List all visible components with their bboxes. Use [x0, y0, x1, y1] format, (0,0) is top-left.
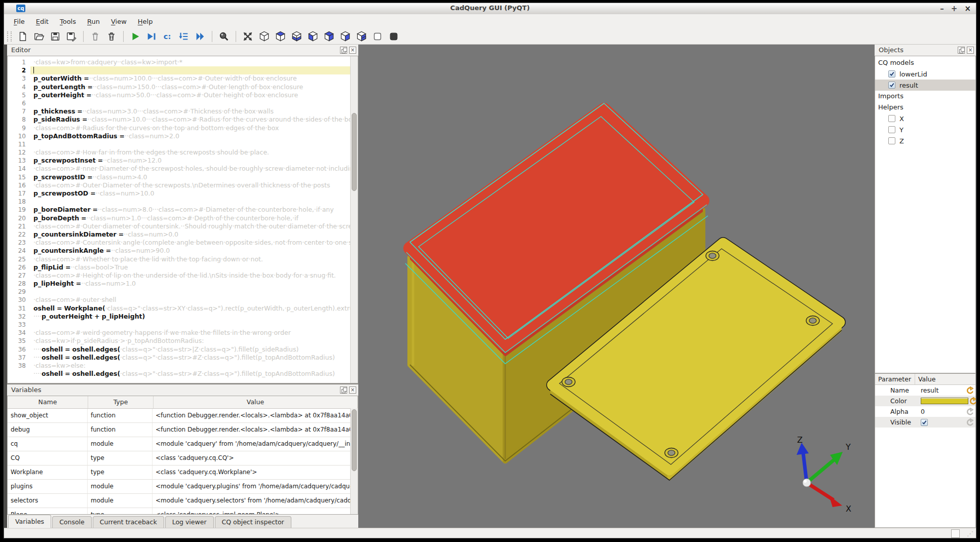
view-left-button[interactable] — [338, 30, 352, 43]
variable-row[interactable]: debugfunction<function Debugger.render.<… — [8, 423, 358, 437]
parameter-row-color[interactable]: Color — [875, 396, 975, 406]
menu-help[interactable]: Help — [132, 16, 159, 27]
debug-step-button[interactable]: c: — [161, 30, 174, 43]
viewport-3d[interactable]: Z Y X — [358, 45, 875, 528]
view-front-button[interactable] — [306, 30, 319, 43]
variable-cell: Plane — [8, 508, 88, 515]
tab-variables[interactable]: Variables — [8, 515, 51, 528]
run-button[interactable] — [129, 30, 142, 43]
parameter-row-name[interactable]: Nameresult — [875, 385, 975, 396]
tree-group-helpers[interactable]: Helpers — [875, 102, 975, 113]
parameter-row-visible[interactable]: Visible — [875, 417, 975, 428]
save-as-button[interactable] — [65, 30, 78, 43]
menu-file[interactable]: File — [8, 16, 30, 27]
tree-group-imports[interactable]: Imports — [875, 91, 975, 102]
view-top-button[interactable] — [274, 30, 287, 43]
column-header-value[interactable]: Value — [154, 396, 358, 408]
toolbar-separator — [123, 31, 124, 42]
bottom-tab-bar: VariablesConsoleCurrent tracebackLog vie… — [7, 515, 292, 528]
tree-item-y[interactable]: Y — [875, 124, 975, 135]
visible-checkbox[interactable] — [921, 419, 928, 426]
run-to-line-button[interactable] — [145, 30, 158, 43]
objects-float-button[interactable] — [958, 47, 965, 54]
continue-button[interactable] — [194, 30, 207, 43]
variable-row[interactable]: Planetype<class 'cadquery.occ_impl.geom.… — [8, 508, 358, 515]
toggle-wireframe-button[interactable] — [371, 30, 384, 43]
variables-float-button[interactable] — [340, 386, 347, 394]
close-button[interactable]: × — [964, 4, 971, 14]
zoom-fit-button[interactable] — [217, 30, 231, 43]
tab-log-viewer[interactable]: Log viewer — [165, 516, 214, 528]
variables-panel-title: Variables — [11, 386, 41, 394]
code-line: 12·class=com>#·How·far·in·from·the·edges… — [8, 148, 351, 157]
parameter-value-alpha[interactable]: 0 — [921, 408, 965, 415]
tree-group-cq-models[interactable]: CQ models — [875, 57, 975, 68]
new-file-button[interactable] — [16, 30, 29, 43]
toggle-shaded-button[interactable] — [387, 30, 400, 43]
menu-run[interactable]: Run — [82, 16, 105, 27]
tab-cq-object-inspector[interactable]: CQ object inspector — [215, 516, 291, 528]
menu-edit[interactable]: Edit — [30, 16, 54, 27]
resize-grip-icon[interactable]: ⋰ — [967, 530, 973, 537]
fit-all-button[interactable] — [241, 30, 254, 43]
variable-cell: <module 'cadquery' from '/home/adam/cadq… — [153, 437, 358, 451]
y-checkbox[interactable] — [888, 126, 895, 133]
parameter-value-name[interactable]: result — [921, 386, 965, 394]
editor-scrollbar[interactable] — [350, 56, 358, 383]
minimize-button[interactable]: – — [940, 4, 944, 14]
variable-cell: plugins — [8, 480, 88, 493]
view-bottom-button[interactable] — [290, 30, 303, 43]
editor-scrollbar-thumb[interactable] — [352, 113, 357, 191]
objects-close-button[interactable]: × — [967, 47, 974, 54]
variables-scrollbar[interactable] — [350, 408, 358, 514]
view-right-button[interactable] — [355, 30, 368, 43]
x-checkbox[interactable] — [888, 115, 895, 122]
lowerlid-checkbox[interactable] — [888, 70, 895, 78]
step-into-button[interactable] — [177, 30, 191, 43]
variable-row[interactable]: pluginsmodule<module 'cadquery.plugins' … — [8, 480, 358, 494]
variable-row[interactable]: show_objectfunction<function Debugger.re… — [8, 409, 358, 423]
objects-panel-header: Objects × — [875, 45, 976, 56]
parameter-row-alpha[interactable]: Alpha0 — [875, 406, 975, 417]
editor-float-button[interactable] — [340, 47, 347, 54]
menu-view[interactable]: View — [105, 16, 132, 27]
column-header-name[interactable]: Name — [8, 396, 88, 408]
editor-close-button[interactable]: × — [349, 47, 356, 54]
tab-current-traceback[interactable]: Current traceback — [93, 516, 164, 528]
title-bar: cq CadQuery GUI (PyQT) – + × — [4, 3, 976, 15]
status-widget[interactable] — [951, 529, 960, 538]
revert-icon[interactable] — [965, 386, 974, 394]
maximize-button[interactable]: + — [951, 4, 958, 14]
variables-close-button[interactable]: × — [349, 386, 356, 394]
tree-item-result[interactable]: result — [875, 80, 975, 91]
code-editor[interactable]: 1·class=kw>from·cadquery··class=kw>impor… — [7, 56, 358, 383]
save-button[interactable] — [49, 30, 62, 43]
column-header-type[interactable]: Type — [88, 396, 154, 408]
tab-console[interactable]: Console — [52, 516, 92, 528]
tree-item-x[interactable]: X — [875, 113, 975, 124]
menu-tools[interactable]: Tools — [54, 16, 82, 27]
view-iso-button[interactable] — [257, 30, 271, 43]
screw-hole — [665, 448, 678, 458]
variables-scrollbar-thumb[interactable] — [352, 409, 357, 471]
variable-row[interactable]: selectorsmodule<module 'cadquery.selecto… — [8, 494, 358, 508]
delete-item-button[interactable] — [89, 30, 102, 43]
tree-item-z[interactable]: Z — [875, 135, 975, 146]
color-swatch[interactable] — [921, 398, 968, 404]
objects-tree: CQ modelslowerLidresultImportsHelpersXYZ — [875, 56, 976, 373]
revert-icon[interactable] — [968, 397, 976, 405]
code-line: 8p_sideRadius·=··class=num>10.0···class=… — [8, 115, 351, 124]
view-back-button[interactable] — [322, 30, 335, 43]
open-file-button[interactable] — [32, 30, 46, 43]
code-line: 20p_boreDepth·=··class=num>1.0···class=c… — [8, 214, 351, 222]
trash-button[interactable] — [105, 30, 118, 43]
variable-row[interactable]: cqmodule<module 'cadquery' from '/home/a… — [8, 437, 358, 451]
variable-row[interactable]: Workplanetype<class 'cadquery.cq.Workpla… — [8, 466, 358, 480]
variables-table-header: NameTypeValue — [8, 396, 358, 409]
result-checkbox[interactable] — [888, 82, 895, 89]
variable-row[interactable]: CQtype<class 'cadquery.cq.CQ'> — [8, 451, 358, 466]
tree-item-lowerlid[interactable]: lowerLid — [875, 68, 975, 80]
z-checkbox[interactable] — [888, 137, 895, 144]
toolbar-separator — [236, 31, 236, 42]
toolbar-handle[interactable] — [7, 31, 12, 42]
